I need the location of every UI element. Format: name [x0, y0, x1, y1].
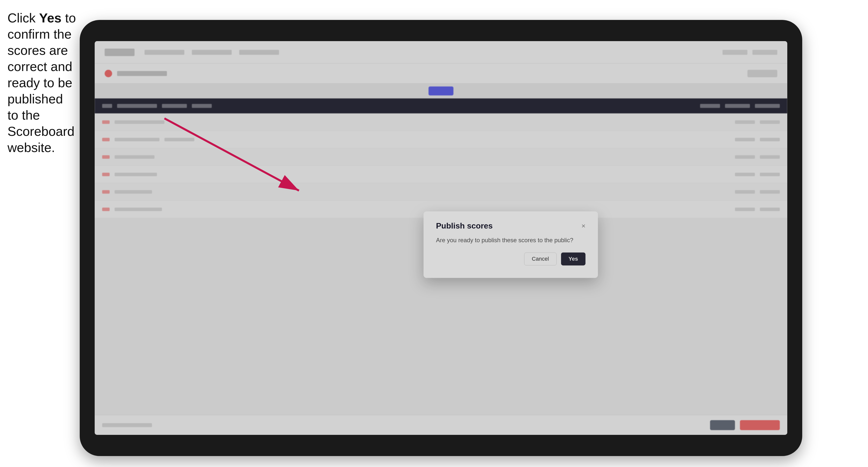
- nav-link-2: [192, 50, 232, 55]
- nav-links: [145, 50, 279, 55]
- annotation-bold: Yes: [39, 11, 62, 25]
- modal-dialog: Publish scores × Are you ready to publis…: [424, 211, 598, 278]
- modal-close-icon[interactable]: ×: [582, 222, 586, 230]
- td-score: [735, 155, 755, 159]
- th-1: [102, 104, 112, 108]
- table-row: [95, 166, 787, 183]
- bottom-bar: [95, 415, 787, 435]
- td-col2: [760, 173, 780, 176]
- top-nav: [95, 41, 787, 64]
- th-3: [162, 104, 187, 108]
- td-sub: [164, 138, 194, 141]
- td-name: [115, 190, 152, 194]
- modal-header: Publish scores ×: [436, 221, 586, 230]
- th-4: [192, 104, 212, 108]
- bottom-btn1: [710, 420, 735, 430]
- th-6: [725, 104, 750, 108]
- td-col2: [760, 208, 780, 211]
- tablet-screen: Publish scores × Are you ready to publis…: [95, 41, 787, 435]
- modal-footer: Cancel Yes: [436, 252, 586, 266]
- nav-right: [722, 50, 777, 55]
- nav-right-1: [722, 50, 747, 55]
- nav-logo: [105, 49, 134, 56]
- section-header: [95, 64, 787, 84]
- td-name: [115, 155, 154, 159]
- td-icon: [102, 173, 110, 176]
- td-icon: [102, 120, 110, 124]
- annotation-part1: Click: [7, 11, 39, 25]
- td-score: [735, 120, 755, 124]
- cancel-button[interactable]: Cancel: [524, 252, 557, 266]
- th-5: [700, 104, 720, 108]
- nav-link-3: [239, 50, 279, 55]
- td-icon: [102, 155, 110, 159]
- table-row: [95, 131, 787, 148]
- publish-btn-blurred: [429, 87, 454, 95]
- th-7: [755, 104, 780, 108]
- publish-bar: [95, 84, 787, 98]
- td-score: [735, 173, 755, 176]
- table-header: [95, 98, 787, 114]
- td-col2: [760, 138, 780, 141]
- section-action: [747, 70, 777, 77]
- section-icon: [105, 70, 112, 77]
- tablet-device: Publish scores × Are you ready to publis…: [80, 20, 802, 456]
- table-row: [95, 148, 787, 166]
- td-icon: [102, 190, 110, 194]
- td-name: [115, 138, 159, 141]
- bottom-btn2: [740, 420, 780, 430]
- td-score: [735, 138, 755, 141]
- td-name: [115, 120, 164, 124]
- nav-right-2: [752, 50, 777, 55]
- table-row: [95, 183, 787, 200]
- td-score: [735, 190, 755, 194]
- nav-link-1: [145, 50, 184, 55]
- td-name: [115, 173, 157, 176]
- th-2: [117, 104, 157, 108]
- modal-title: Publish scores: [436, 221, 493, 230]
- table-row: [95, 114, 787, 131]
- td-col2: [760, 190, 780, 194]
- bottom-text: [102, 423, 152, 427]
- annotation-text: Click Yes to confirm the scores are corr…: [7, 10, 77, 156]
- annotation-part2: to confirm the scores are correct and re…: [7, 11, 76, 155]
- td-col2: [760, 155, 780, 159]
- table-body: [95, 114, 787, 218]
- modal-body: Are you ready to publish these scores to…: [436, 237, 586, 244]
- td-col2: [760, 120, 780, 124]
- yes-button[interactable]: Yes: [561, 252, 586, 266]
- td-name: [115, 208, 162, 211]
- section-title: [117, 71, 167, 76]
- td-icon: [102, 138, 110, 141]
- td-score: [735, 208, 755, 211]
- td-icon: [102, 208, 110, 211]
